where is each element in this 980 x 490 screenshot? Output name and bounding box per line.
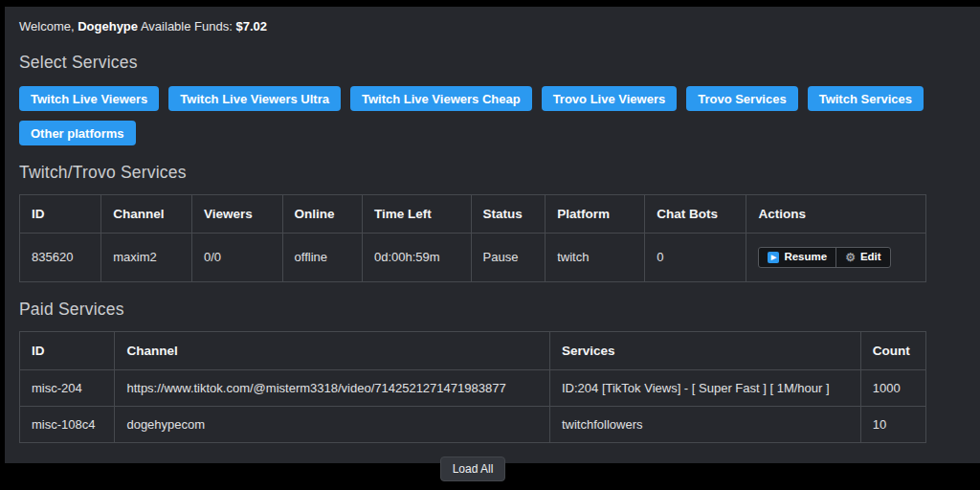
twitch-services-button[interactable]: Twitch Services xyxy=(808,86,924,111)
col-header-actions: Actions xyxy=(746,195,926,234)
cell-id: misc-108c4 xyxy=(20,406,115,442)
twitch-live-viewers-ultra-button[interactable]: Twitch Live Viewers Ultra xyxy=(168,86,341,111)
funds-value: $7.02 xyxy=(235,19,267,33)
username: Dogehype xyxy=(78,19,138,33)
page-background: Welcome, Dogehype Available Funds: $7.02… xyxy=(5,7,980,463)
cell-time-left: 0d:00h:59m xyxy=(362,234,471,282)
play-icon: ▶ xyxy=(768,252,779,263)
paid-services-table: ID Channel Services Count misc-204 https… xyxy=(19,331,926,443)
cell-services: twitchfollowers xyxy=(549,406,860,442)
col-header-online: Online xyxy=(282,195,362,234)
table-row: misc-108c4 dogehypecom twitchfollowers 1… xyxy=(20,406,926,442)
cell-status: Pause xyxy=(471,234,546,282)
paid-col-header-services: Services xyxy=(549,331,860,369)
load-all-container: Load All xyxy=(19,457,926,481)
col-header-channel: Channel xyxy=(101,195,192,234)
edit-button[interactable]: ⚙ Edit xyxy=(835,248,890,267)
trovo-live-viewers-button[interactable]: Trovo Live Viewers xyxy=(542,86,678,111)
cell-id: misc-204 xyxy=(20,369,115,406)
cell-services: ID:204 [TikTok Views] - [ Super Fast ] [… xyxy=(549,369,860,406)
cell-count: 1000 xyxy=(860,369,925,406)
table-row: 835620 maxim2 0/0 offline 0d:00h:59m Pau… xyxy=(20,234,926,282)
table-row: misc-204 https://www.tiktok.com/@misterm… xyxy=(20,369,926,406)
cell-chat-bots: 0 xyxy=(645,234,746,282)
paid-col-header-count: Count xyxy=(860,331,925,369)
cell-channel: dogehypecom xyxy=(115,406,550,442)
cell-online: offline xyxy=(282,234,362,282)
cell-count: 10 xyxy=(860,406,925,442)
edit-button-label: Edit xyxy=(860,251,881,264)
col-header-chat-bots: Chat Bots xyxy=(645,195,746,234)
col-header-platform: Platform xyxy=(546,195,645,234)
resume-button[interactable]: ▶ Resume xyxy=(759,248,835,267)
other-platforms-button[interactable]: Other platforms xyxy=(19,121,136,145)
service-buttons-row: Twitch Live Viewers Twitch Live Viewers … xyxy=(19,86,926,145)
welcome-line: Welcome, Dogehype Available Funds: $7.02 xyxy=(19,12,926,35)
select-services-heading: Select Services xyxy=(19,53,926,73)
cell-id: 835620 xyxy=(20,234,101,282)
gear-icon: ⚙ xyxy=(845,252,856,263)
paid-col-header-channel: Channel xyxy=(115,331,550,369)
cell-viewers: 0/0 xyxy=(191,234,282,282)
twitch-live-viewers-button[interactable]: Twitch Live Viewers xyxy=(19,86,159,111)
paid-table-header-row: ID Channel Services Count xyxy=(20,331,926,369)
trovo-services-button[interactable]: Trovo Services xyxy=(686,86,798,111)
resume-button-label: Resume xyxy=(784,251,827,264)
cell-actions: ▶ Resume ⚙ Edit xyxy=(746,234,926,282)
col-header-viewers: Viewers xyxy=(191,195,282,234)
actions-button-group: ▶ Resume ⚙ Edit xyxy=(758,247,890,268)
col-header-status: Status xyxy=(471,195,546,234)
twitch-live-viewers-cheap-button[interactable]: Twitch Live Viewers Cheap xyxy=(350,86,532,111)
load-all-button[interactable]: Load All xyxy=(440,457,506,481)
cell-platform: twitch xyxy=(546,234,645,282)
funds-label: Available Funds: xyxy=(141,19,233,33)
paid-services-heading: Paid Services xyxy=(19,300,926,320)
col-header-time-left: Time Left xyxy=(362,195,471,234)
cell-channel: https://www.tiktok.com/@misterm3318/vide… xyxy=(115,369,550,406)
active-table-header-row: ID Channel Viewers Online Time Left Stat… xyxy=(20,195,926,234)
active-services-table: ID Channel Viewers Online Time Left Stat… xyxy=(19,194,926,282)
paid-col-header-id: ID xyxy=(20,331,115,369)
twitch-trovo-services-heading: Twitch/Trovo Services xyxy=(19,163,926,183)
col-header-id: ID xyxy=(20,195,101,234)
main-content: Welcome, Dogehype Available Funds: $7.02… xyxy=(5,7,980,481)
welcome-prefix: Welcome, xyxy=(19,19,75,33)
cell-channel: maxim2 xyxy=(101,234,192,282)
